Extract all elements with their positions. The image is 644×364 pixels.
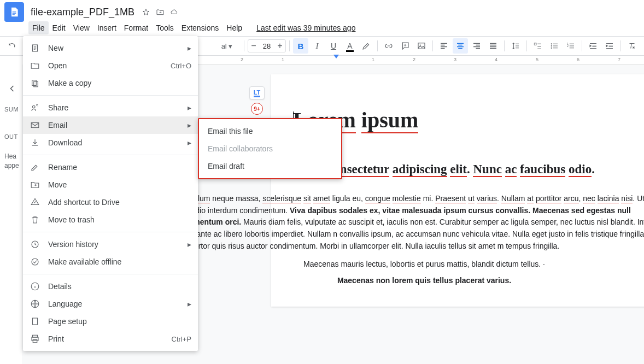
line-spacing-button[interactable]: [508, 38, 523, 54]
menu-help[interactable]: Help: [223, 21, 246, 34]
copy-icon: [30, 78, 40, 89]
text-color-button[interactable]: A: [342, 38, 358, 54]
bold-button[interactable]: B: [293, 38, 308, 54]
align-left-button[interactable]: [436, 38, 452, 54]
languagetool-badge[interactable]: LT: [249, 86, 265, 99]
doc-paragraph-centered-bold[interactable]: Maecenas non lorem quis tellus placerat …: [173, 276, 644, 285]
docs-logo[interactable]: [4, 2, 24, 22]
cloud-status-icon[interactable]: [169, 7, 179, 17]
chevron-right-icon: ▸: [188, 121, 191, 130]
print-icon: [30, 333, 40, 344]
menu-format[interactable]: Format: [120, 21, 152, 34]
document-title[interactable]: file-example_PDF_1MB: [31, 7, 134, 18]
outline-headings-hint: Hea appe: [4, 152, 22, 171]
menu-item-new[interactable]: New ▸: [23, 39, 198, 57]
separator: [620, 40, 621, 51]
email-submenu: Email this file Email collaborators Emai…: [198, 118, 342, 179]
rename-icon: [30, 162, 40, 173]
doc-heading-1[interactable]: Lorem ipsum: [293, 107, 644, 133]
add-comment-button[interactable]: [397, 38, 413, 54]
shortcut-label: Ctrl+O: [171, 62, 191, 70]
menu-item-make-copy[interactable]: Make a copy: [23, 74, 198, 92]
indent-decrease-button[interactable]: [586, 38, 601, 54]
menu-edit[interactable]: Edit: [49, 21, 69, 34]
menu-item-offline[interactable]: Make available offline: [23, 253, 198, 271]
menu-item-open[interactable]: Open Ctrl+O: [23, 57, 198, 74]
chevron-right-icon: ▸: [188, 103, 191, 112]
menu-divider: [23, 274, 198, 274]
share-icon: [30, 102, 40, 113]
menu-item-move[interactable]: Move: [23, 176, 198, 193]
menu-item-print[interactable]: Print Ctrl+P: [23, 330, 198, 348]
align-justify-button[interactable]: [485, 38, 501, 54]
numbered-list-button[interactable]: 12: [563, 38, 578, 54]
menu-file[interactable]: File: [28, 21, 49, 34]
undo-button[interactable]: [4, 38, 20, 54]
svg-rect-2: [13, 14, 15, 15]
separator: [526, 40, 527, 51]
outline-section-label[interactable]: OUT: [4, 133, 18, 140]
menu-item-rename[interactable]: Rename: [23, 158, 198, 176]
menu-item-share[interactable]: Share ▸: [23, 99, 198, 116]
menu-item-details[interactable]: Details: [23, 278, 198, 295]
history-icon: [30, 239, 40, 250]
page-side-widgets: LT 9+: [249, 86, 269, 115]
chevron-right-icon: ▸: [188, 240, 191, 249]
svg-point-8: [551, 48, 552, 49]
align-right-button[interactable]: [469, 38, 484, 54]
checklist-button[interactable]: [530, 38, 546, 54]
file-menu-dropdown: New ▸ Open Ctrl+O Make a copy Share ▸ Em…: [23, 36, 198, 351]
insert-link-button[interactable]: [381, 38, 396, 54]
menu-item-download[interactable]: Download ▸: [23, 134, 198, 151]
menu-item-add-shortcut[interactable]: Add shortcut to Drive: [23, 193, 198, 211]
document-icon: [30, 43, 40, 54]
svg-point-17: [32, 259, 38, 265]
last-edit-link[interactable]: Last edit was 39 minutes ago: [253, 21, 359, 34]
download-icon: [30, 137, 40, 148]
chevron-right-icon: ▸: [188, 44, 191, 52]
menu-item-trash[interactable]: Move to trash: [23, 211, 198, 228]
star-icon[interactable]: [141, 7, 151, 17]
titlebar: file-example_PDF_1MB: [0, 0, 644, 22]
font-size-control: − 28 +: [248, 39, 286, 52]
submenu-email-draft[interactable]: Email draft: [199, 157, 341, 175]
indent-increase-button[interactable]: [602, 38, 617, 54]
bullet-list-button[interactable]: [547, 38, 562, 54]
move-folder-icon[interactable]: [155, 7, 165, 17]
insert-image-button[interactable]: [414, 38, 429, 54]
suggestion-count-badge[interactable]: 9+: [251, 103, 263, 115]
svg-rect-3: [418, 43, 425, 49]
svg-text:2: 2: [567, 45, 569, 48]
font-size-value[interactable]: 28: [259, 42, 274, 50]
menu-item-language[interactable]: Language ▸: [23, 295, 198, 313]
menu-divider: [23, 232, 198, 232]
font-size-increase[interactable]: +: [274, 41, 285, 51]
submenu-email-this-file[interactable]: Email this file: [199, 122, 341, 140]
font-size-decrease[interactable]: −: [248, 41, 259, 51]
back-arrow-icon[interactable]: [7, 83, 17, 96]
menu-view[interactable]: View: [69, 21, 93, 34]
summary-section-label[interactable]: SUM: [4, 106, 19, 113]
doc-paragraph[interactable]: Vestibulum neque massa, scelerisque sit …: [173, 193, 644, 252]
underline-button[interactable]: U: [326, 38, 341, 54]
align-center-button[interactable]: [453, 38, 468, 54]
clear-formatting-button[interactable]: [624, 38, 640, 54]
drive-shortcut-icon: [30, 197, 40, 208]
menu-item-page-setup[interactable]: Page setup: [23, 313, 198, 330]
styles-dropdown[interactable]: al ▾: [213, 38, 241, 54]
menu-item-version-history[interactable]: Version history ▸: [23, 236, 198, 253]
highlight-button[interactable]: [359, 38, 374, 54]
doc-paragraph-centered[interactable]: Maecenas mauris lectus, lobortis et puru…: [173, 260, 644, 268]
separator: [504, 40, 505, 51]
menu-extensions[interactable]: Extensions: [178, 21, 223, 34]
submenu-email-collaborators: Email collaborators: [199, 140, 341, 157]
separator: [244, 40, 244, 51]
separator: [289, 40, 290, 51]
document-page[interactable]: Lorem ipsum Lorem ipsum dolor sit amet, …: [271, 74, 644, 307]
menu-divider: [23, 155, 198, 155]
menu-item-email[interactable]: Email ▸: [23, 116, 198, 134]
menu-tools[interactable]: Tools: [152, 21, 178, 34]
menu-insert[interactable]: Insert: [93, 21, 120, 34]
italic-button[interactable]: I: [309, 38, 325, 54]
menu-divider: [23, 95, 198, 96]
